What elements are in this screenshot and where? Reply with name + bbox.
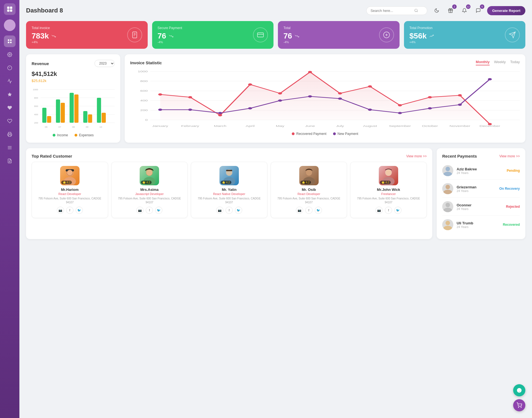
twitter-icon-1[interactable]: 🐦 bbox=[155, 207, 162, 214]
customer-card-4: ⭐ 4.2 Mr.John Wick Freelancer 795 Folsom… bbox=[350, 162, 427, 218]
payment-item-0: Aziz Bakree 24 Years Pending bbox=[442, 162, 520, 180]
generate-report-button[interactable]: Generate Report bbox=[487, 6, 525, 15]
svg-rect-44 bbox=[42, 108, 47, 123]
svg-rect-57 bbox=[102, 113, 106, 123]
tab-weekly[interactable]: Weekly bbox=[494, 60, 506, 65]
svg-rect-53 bbox=[83, 111, 87, 123]
facebook-icon-2[interactable]: f bbox=[226, 207, 233, 214]
twitter-icon-3[interactable]: 🐦 bbox=[315, 207, 322, 214]
payment-age-0: 24 Years bbox=[457, 171, 503, 175]
payment-info-2: Oconner 24 Years bbox=[457, 203, 503, 211]
bell-icon-btn[interactable]: 12 bbox=[459, 6, 469, 16]
avatar[interactable] bbox=[4, 19, 16, 31]
svg-text:December: December bbox=[479, 125, 500, 127]
sidebar-item-print[interactable] bbox=[4, 129, 16, 140]
payment-status-0: Pending bbox=[507, 169, 520, 173]
gift-icon-btn[interactable]: 2 bbox=[446, 6, 456, 16]
sidebar-item-analytics[interactable] bbox=[4, 75, 16, 87]
svg-point-76 bbox=[278, 92, 282, 94]
svg-point-125 bbox=[385, 170, 392, 176]
theme-toggle[interactable] bbox=[432, 6, 442, 16]
invoice-card: Invoice Statistic Monthly Weekly Today bbox=[125, 54, 525, 143]
sidebar-item-likes[interactable] bbox=[4, 115, 16, 127]
twitter-icon-2[interactable]: 🐦 bbox=[235, 207, 242, 214]
revenue-secondary: $25,612k bbox=[32, 79, 115, 83]
payment-item-1: Griezerman 24 Years On Recovery bbox=[442, 180, 520, 198]
svg-rect-1 bbox=[10, 7, 12, 9]
payment-avatar-2 bbox=[442, 201, 453, 212]
header-icons: 2 12 5 Generate Report bbox=[432, 6, 525, 16]
customer-rating-4: ⭐ 4.2 bbox=[380, 181, 391, 184]
svg-rect-119 bbox=[226, 170, 232, 171]
income-dot bbox=[53, 134, 55, 137]
payments-list: Aziz Bakree 24 Years Pending Griezerman … bbox=[442, 162, 520, 234]
payment-name-0: Aziz Bakree bbox=[457, 167, 503, 171]
facebook-icon-4[interactable]: f bbox=[385, 207, 392, 214]
instagram-icon-1[interactable]: 📷 bbox=[136, 207, 144, 214]
payment-avatar-3 bbox=[442, 219, 453, 230]
stat-change-invoice: +4% bbox=[32, 40, 56, 44]
svg-rect-50 bbox=[70, 93, 74, 123]
svg-point-91 bbox=[368, 109, 372, 111]
svg-text:800: 800 bbox=[140, 80, 148, 83]
fab-cart[interactable] bbox=[513, 399, 525, 411]
sidebar-item-dashboard[interactable] bbox=[4, 35, 16, 47]
facebook-icon-1[interactable]: f bbox=[146, 207, 153, 214]
top-customers-card: Top Rated Customer View more >> ⭐ 4.2 Mr… bbox=[26, 148, 432, 239]
payment-name-1: Griezerman bbox=[457, 185, 496, 189]
payments-view-more[interactable]: View more >> bbox=[499, 154, 520, 158]
stat-value-total: 76 bbox=[283, 32, 299, 40]
svg-point-93 bbox=[428, 107, 432, 109]
search-input[interactable] bbox=[370, 9, 412, 13]
fab-support[interactable] bbox=[513, 384, 525, 396]
sidebar-item-info[interactable] bbox=[4, 62, 16, 74]
bell-badge: 12 bbox=[466, 4, 470, 9]
sidebar-item-favorites[interactable] bbox=[4, 102, 16, 114]
customer-name-2: Mr. Yatin bbox=[194, 188, 264, 192]
customers-view-more[interactable]: View more >> bbox=[406, 154, 427, 158]
app-logo[interactable] bbox=[4, 3, 16, 15]
svg-point-127 bbox=[443, 172, 452, 176]
customers-header: Top Rated Customer View more >> bbox=[32, 154, 427, 158]
sidebar-item-menu[interactable] bbox=[4, 142, 16, 153]
twitter-icon-4[interactable]: 🐦 bbox=[394, 207, 401, 214]
stat-change-payment: -4% bbox=[158, 40, 182, 44]
svg-point-132 bbox=[446, 221, 450, 225]
sidebar-item-settings[interactable] bbox=[4, 49, 16, 60]
legend-new-payment: New Payment bbox=[333, 132, 358, 136]
instagram-icon-4[interactable]: 📷 bbox=[375, 207, 383, 214]
stat-icon-total bbox=[379, 27, 394, 42]
expenses-dot bbox=[75, 134, 77, 137]
svg-rect-51 bbox=[74, 94, 78, 123]
payment-avatar-0 bbox=[442, 165, 453, 176]
main-content: Dashboard 8 2 12 5 Generate Report bbox=[19, 0, 532, 418]
tab-monthly[interactable]: Monthly bbox=[476, 60, 490, 65]
svg-point-10 bbox=[9, 54, 11, 55]
twitter-icon-0[interactable]: 🐦 bbox=[76, 207, 83, 214]
payment-status-2: Rejected bbox=[506, 205, 520, 209]
facebook-icon-3[interactable]: f bbox=[305, 207, 313, 214]
facebook-icon-0[interactable]: f bbox=[66, 207, 73, 214]
sidebar-item-starred[interactable] bbox=[4, 89, 16, 100]
invoice-tabs: Monthly Weekly Today bbox=[476, 60, 520, 65]
customer-avatar-3: ⭐ 4.2 bbox=[299, 166, 319, 185]
year-select[interactable]: 2023 2022 2021 bbox=[94, 60, 115, 67]
customer-rating-2: ⭐ 4.2 bbox=[221, 181, 231, 184]
stat-icon-invoice bbox=[127, 27, 142, 42]
svg-rect-15 bbox=[9, 135, 11, 137]
instagram-icon-0[interactable]: 📷 bbox=[57, 207, 64, 214]
svg-text:July: July bbox=[336, 125, 344, 127]
payment-status-1: On Recovery bbox=[499, 187, 520, 191]
search-bar[interactable] bbox=[366, 6, 427, 15]
instagram-icon-2[interactable]: 📷 bbox=[216, 207, 223, 214]
instagram-icon-3[interactable]: 📷 bbox=[296, 207, 303, 214]
revenue-amount: $41,512k bbox=[32, 70, 115, 78]
chat-icon-btn[interactable]: 5 bbox=[473, 6, 483, 16]
tab-today[interactable]: Today bbox=[510, 60, 520, 65]
svg-point-79 bbox=[368, 85, 372, 88]
svg-text:September: September bbox=[389, 125, 411, 127]
svg-point-130 bbox=[446, 203, 450, 207]
sidebar-item-docs[interactable] bbox=[4, 155, 16, 167]
header: Dashboard 8 2 12 5 Generate Report bbox=[26, 6, 525, 16]
stat-value-invoice: 783k bbox=[32, 32, 56, 40]
